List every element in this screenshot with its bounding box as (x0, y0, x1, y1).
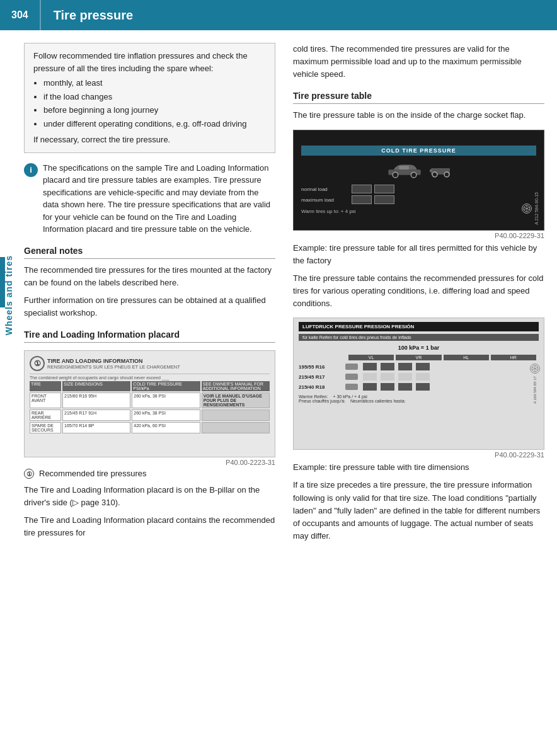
luft-warm-val2: Neumáticos calientes hasta: (350, 399, 406, 403)
luftdruck-para1: If a tire size precedes a tire pressure,… (293, 479, 544, 542)
luft-warm-label: Warme Reifen: (299, 394, 328, 399)
svg-point-6 (444, 172, 449, 177)
cold-max-val2 (374, 195, 394, 204)
placard-heading: Tire and Loading Information placard (24, 329, 275, 343)
info-footer: If necessary, correct the tire pressure. (33, 134, 266, 146)
luft-row2: 215/45 R17 (299, 373, 539, 381)
luft-col-headers: VL VR HL HR (299, 355, 539, 360)
page-title: Tire pressure (41, 8, 133, 23)
cold-logo: A 212 584-90-15 (522, 192, 539, 225)
cold-part-number: A 212 584-90-15 (534, 192, 539, 225)
luft-r3v3 (398, 383, 412, 391)
luft-row2-icon (345, 374, 358, 380)
luft-ch-vl: VL (348, 355, 394, 360)
cold-ref: P40.00-2229-31 (293, 232, 544, 239)
note-text: The specifications on the sample Tire an… (43, 162, 275, 236)
luftdruck-caption: Example: tire pressure table with tire d… (293, 461, 544, 474)
left-column: Follow recommended tire inflation pressu… (24, 43, 275, 547)
luft-ch-vr: VR (396, 355, 441, 360)
mercedes-logo (522, 203, 532, 214)
columns: Follow recommended tire inflation pressu… (18, 30, 557, 560)
placard-r1c1: FRONT AVANT (30, 392, 61, 408)
cold-image: COLD TIRE PRESSURE (293, 130, 544, 231)
placard-data-row2: REAR ARRIÈRE 215/45 R17 91H 260 kPa, 38 … (30, 410, 270, 421)
cold-normal-val2 (374, 185, 394, 193)
bullet-4: under different operating conditions, e.… (43, 118, 266, 130)
luft-r1v3 (398, 363, 412, 370)
page-number: 304 (0, 0, 41, 30)
bullet-1: monthly, at least (43, 77, 266, 89)
luft-row3: 215/40 R18 (299, 383, 539, 391)
placard-para1: The Tire and Loading Information placard… (24, 484, 275, 509)
general-notes-para2: Further information on tire pressures ca… (24, 294, 275, 319)
placard-circle-icon: ① (30, 356, 45, 371)
luft-warm-label2: Pneus chauffés jusqu'à: (299, 399, 345, 403)
luft-warm-row2: Pneus chauffés jusqu'à: Neumáticos calie… (299, 399, 539, 403)
sidebar-label: Wheels and tires (0, 30, 18, 560)
svg-point-2 (411, 172, 416, 178)
luft-row1-icon (345, 364, 358, 370)
placard-col-h2: SIZE DIMENSIONS (62, 381, 130, 391)
placard-r2c2: 215/45 R17 91H (62, 410, 130, 421)
placard-r3c4 (202, 422, 270, 433)
luft-mercedes-logo (530, 364, 540, 374)
placard-r2c4 (202, 410, 270, 421)
placard-col-h3: COLD TIRE PRESSURE PSI/kPa (132, 381, 200, 391)
luft-row3-label: 215/40 R18 (299, 384, 343, 390)
luft-kpa: 100 kPa = 1 bar (299, 345, 539, 351)
placard-caption-row: ① Recommended tire pressures (24, 469, 275, 479)
placard-r2c1: REAR ARRIÈRE (30, 410, 61, 421)
luft-r2v1 (363, 373, 377, 381)
placard-data-row3: SPARE DE SECOURS 165/70 R14 BP 420 kPa, … (30, 422, 270, 433)
placard-para2: The Tire and Loading Information placard… (24, 514, 275, 539)
cold-max-val1 (352, 195, 372, 204)
luft-r3v2 (381, 383, 394, 391)
placard-caption-icon: ① (24, 469, 34, 479)
luft-warm: Warme Reifen: + 30 kPa / + 4 psi Pneus c… (299, 394, 539, 403)
luft-r2v2 (381, 373, 394, 381)
placard-r3c3: 420 kPa, 60 PSI (132, 422, 200, 433)
luft-ch-hr: HR (491, 355, 536, 360)
luft-r3v4 (416, 383, 430, 391)
placard-r3c2: 165/70 R14 BP (62, 422, 130, 433)
general-notes-para1: The recommended tire pressures for the t… (24, 264, 275, 289)
luftdruck-image: LUFTDRUCK PRESSURE PRESSION PRESIÓN für … (293, 318, 544, 450)
luft-r1v1 (363, 363, 377, 370)
luft-mercedes-star (531, 365, 539, 372)
luft-part-number: A 169 584 85 17 (533, 376, 537, 404)
placard-r1c3: 260 kPa, 38 PSI (132, 392, 200, 408)
right-column: cold tires. The recommended tire pressur… (293, 43, 544, 547)
cold-trailer-svg (430, 161, 452, 180)
svg-rect-3 (399, 166, 408, 169)
info-intro: Follow recommended tire inflation pressu… (33, 51, 248, 73)
luft-header: LUFTDRUCK PRESSURE PRESSION PRESIÓN (299, 322, 539, 331)
luftdruck-ref: P40.00-2229-31 (293, 451, 544, 459)
note-icon: i (24, 163, 38, 177)
placard-col-h4: SEE OWNER'S MANUAL FOR ADDITIONAL INFORM… (202, 381, 270, 391)
page-body: Wheels and tires Follow recommended tire… (0, 30, 557, 560)
cold-header: COLD TIRE PRESSURE (301, 146, 536, 156)
svg-point-1 (393, 172, 398, 178)
cold-normal-val1 (352, 185, 372, 193)
luft-row2-label: 215/45 R17 (299, 374, 343, 380)
cold-max-label: maximum load (301, 197, 352, 203)
note-block: i The specifications on the sample Tire … (24, 162, 275, 236)
placard-title-text: TIRE AND LOADING INFORMATION RENSEIGNEME… (47, 358, 180, 370)
luft-row1: 195/55 R16 (299, 363, 539, 370)
placard-caption-text: Recommended tire pressures (39, 469, 147, 478)
luft-row3-icon (345, 384, 358, 390)
luft-r1v4 (416, 363, 430, 370)
luft-subheader-text: für kalte Reifen for cold tires des pneu… (302, 335, 411, 340)
luft-r3v1 (363, 383, 377, 391)
luft-ch-hl: HL (444, 355, 489, 360)
svg-point-5 (432, 172, 437, 177)
placard-col-headers: TIRE SIZE DIMENSIONS COLD TIRE PRESSURE … (30, 381, 270, 391)
luft-kpa-text: 100 kPa = 1 bar (398, 345, 439, 351)
info-box: Follow recommended tire inflation pressu… (24, 43, 275, 153)
luft-row1-label: 195/55 R16 (299, 364, 343, 370)
placard-r2c3: 260 kPa, 38 PSI (132, 410, 200, 421)
info-bullets: monthly, at least if the load changes be… (43, 77, 266, 130)
cold-car-row (386, 161, 452, 180)
luft-header-text: LUFTDRUCK PRESSURE PRESSION PRESIÓN (302, 324, 414, 329)
page-header: 304 Tire pressure (0, 0, 557, 30)
